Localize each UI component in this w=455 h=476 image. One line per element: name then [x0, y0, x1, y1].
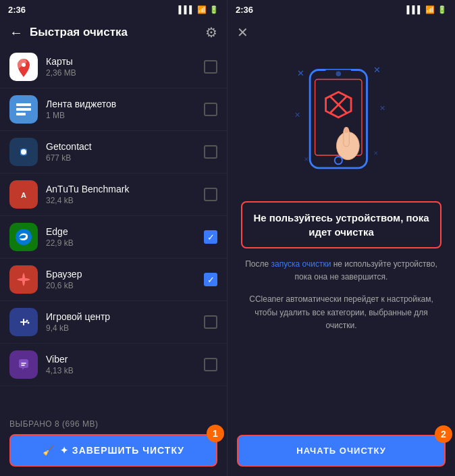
broom-icon: 🧹 [43, 445, 55, 456]
svg-point-23 [336, 71, 341, 76]
app-icon-viber [9, 350, 38, 379]
phone-illustration: ✕ ✕ ✕ ✕ ✕ ✕ [291, 58, 392, 183]
app-info: Getcontact 677 kB [46, 141, 196, 163]
app-icon-getcontact [9, 138, 38, 166]
svg-text:✕: ✕ [379, 104, 385, 112]
close-button[interactable]: ✕ [237, 24, 248, 41]
right-header: ✕ [228, 19, 455, 46]
app-checkbox[interactable] [204, 60, 217, 74]
list-item[interactable]: Edge 22,9 kB [0, 216, 227, 259]
app-size: 22,9 kB [46, 238, 196, 248]
settings-icon[interactable]: ⚙ [205, 24, 217, 41]
svg-rect-0 [16, 103, 31, 106]
app-checkbox[interactable] [204, 145, 217, 159]
app-checkbox[interactable] [204, 315, 217, 329]
app-checkbox[interactable] [204, 188, 217, 201]
header-left: ← Быстрая очистка [9, 25, 128, 41]
app-icon-game [9, 308, 38, 336]
start-clean-button[interactable]: НАЧАТЬ ОЧИСТКУ [237, 435, 446, 467]
battery-icon: 🔋 [437, 5, 447, 14]
wifi-icon: 📶 [197, 5, 207, 14]
svg-point-31 [334, 156, 342, 163]
finish-button-label: ✦ ЗАВЕРШИТЬ ЧИСТКУ [60, 445, 184, 456]
app-checkbox[interactable] [204, 273, 217, 286]
app-info: Браузер 20,6 kB [46, 269, 196, 290]
svg-rect-11 [23, 319, 24, 325]
list-item[interactable]: Карты 2,36 MB [0, 46, 227, 88]
list-item[interactable]: Viber 4,13 kB [0, 344, 227, 386]
signal-icon: ▌▌▌ [407, 5, 423, 14]
app-name: Браузер [46, 269, 196, 280]
app-name: Карты [46, 56, 196, 67]
app-icon-browser [9, 265, 38, 294]
svg-text:✕: ✕ [303, 156, 309, 163]
battery-icon: 🔋 [209, 5, 219, 14]
app-icon-maps [9, 53, 38, 81]
app-info: Игровой центр 9,4 kB [46, 311, 196, 333]
app-icon-widget [9, 95, 38, 124]
warning-title: Не пользуйтесь устройством, пока идет оч… [253, 211, 429, 239]
app-list: Карты 2,36 MB Лента виджетов 1 MB Getcon… [0, 46, 227, 413]
app-size: 4,13 kB [46, 366, 196, 375]
app-size: 2,36 MB [46, 68, 196, 78]
badge-2: 2 [435, 425, 452, 443]
app-info: AnTuTu Benchmark 32,4 kB [46, 184, 196, 205]
svg-point-7 [16, 229, 32, 245]
content-area: Не пользуйтесь устройством, пока идет оч… [228, 194, 455, 428]
right-panel: 2:36 ▌▌▌ 📶 🔋 ✕ ✕ ✕ ✕ ✕ ✕ ✕ [228, 0, 455, 476]
svg-text:✕: ✕ [373, 150, 378, 157]
app-name: Лента виджетов [46, 99, 196, 109]
app-size: 32,4 kB [46, 196, 196, 205]
svg-point-13 [28, 322, 30, 324]
svg-rect-1 [16, 108, 31, 111]
start-button-wrap: 2 НАЧАТЬ ОЧИСТКУ [228, 428, 455, 476]
right-status-icons: ▌▌▌ 📶 🔋 [407, 5, 447, 14]
app-size: 9,4 kB [46, 323, 196, 333]
left-status-icons: ▌▌▌ 📶 🔋 [179, 5, 219, 14]
bottom-section: ВЫБРАНО 8 (696 MB) 🧹 ✦ ЗАВЕРШИТЬ ЧИСТКУ … [0, 413, 227, 476]
svg-point-12 [26, 320, 28, 322]
signal-icon: ▌▌▌ [179, 5, 194, 14]
description-1: После запуска очистки не используйте уст… [241, 258, 441, 284]
app-checkbox[interactable] [204, 230, 217, 244]
list-item[interactable]: Лента виджетов 1 MB [0, 88, 227, 131]
highlight-text: запуска очистки [271, 259, 331, 269]
app-checkbox[interactable] [204, 358, 217, 371]
list-item[interactable]: Браузер 20,6 kB [0, 259, 227, 301]
app-info: Карты 2,36 MB [46, 56, 196, 78]
app-size: 677 kB [46, 153, 196, 163]
back-button[interactable]: ← [9, 25, 23, 41]
svg-text:✕: ✕ [294, 110, 300, 118]
wifi-icon: 📶 [425, 5, 435, 14]
selected-info: ВЫБРАНО 8 (696 MB) [9, 419, 217, 429]
app-icon-edge [9, 223, 38, 251]
svg-rect-2 [16, 113, 26, 115]
app-size: 1 MB [46, 111, 196, 120]
page-title: Быстрая очистка [30, 26, 128, 39]
svg-point-30 [344, 126, 349, 132]
app-name: Edge [46, 226, 196, 237]
list-item[interactable]: Игровой центр 9,4 kB [0, 301, 227, 344]
left-status-bar: 2:36 ▌▌▌ 📶 🔋 [0, 0, 227, 19]
left-panel: 2:36 ▌▌▌ 📶 🔋 ← Быстрая очистка ⚙ Карты 2… [0, 0, 228, 476]
list-item[interactable]: Getcontact 677 kB [0, 131, 227, 174]
app-info: Лента виджетов 1 MB [46, 99, 196, 120]
finish-clean-button[interactable]: 🧹 ✦ ЗАВЕРШИТЬ ЧИСТКУ [9, 434, 217, 467]
warning-box: Не пользуйтесь устройством, пока идет оч… [241, 201, 441, 248]
app-size: 20,6 kB [46, 281, 196, 290]
svg-text:✕: ✕ [373, 65, 380, 75]
start-button-label: НАЧАТЬ ОЧИСТКУ [296, 446, 386, 456]
svg-text:✕: ✕ [297, 68, 304, 78]
app-name: AnTuTu Benchmark [46, 184, 196, 194]
badge-1: 1 [207, 425, 224, 442]
right-status-bar: 2:36 ▌▌▌ 📶 🔋 [228, 0, 455, 19]
app-name: Игровой центр [46, 311, 196, 322]
app-checkbox[interactable] [204, 103, 217, 116]
description-2: CCleaner автоматически перейдет к настро… [241, 293, 441, 332]
app-name: Viber [46, 354, 196, 365]
app-name: Getcontact [46, 141, 196, 152]
finish-button-wrap: 🧹 ✦ ЗАВЕРШИТЬ ЧИСТКУ 1 [9, 434, 217, 467]
list-item[interactable]: A AnTuTu Benchmark 32,4 kB [0, 174, 227, 216]
illustration-area: ✕ ✕ ✕ ✕ ✕ ✕ [228, 46, 455, 194]
app-icon-antutu: A [9, 180, 38, 209]
